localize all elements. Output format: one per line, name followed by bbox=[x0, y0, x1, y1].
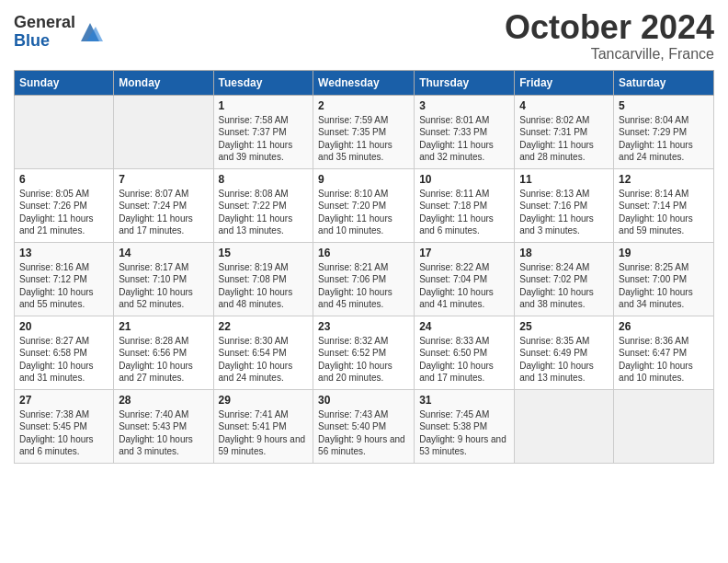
header-day-wednesday: Wednesday bbox=[313, 70, 415, 95]
calendar-cell: 20Sunrise: 8:27 AM Sunset: 6:58 PM Dayli… bbox=[15, 316, 114, 389]
day-info: Sunrise: 8:14 AM Sunset: 7:14 PM Dayligh… bbox=[619, 188, 709, 237]
header-day-thursday: Thursday bbox=[415, 70, 515, 95]
day-number: 2 bbox=[318, 99, 409, 112]
day-info: Sunrise: 7:58 AM Sunset: 7:37 PM Dayligh… bbox=[219, 114, 309, 164]
day-number: 5 bbox=[619, 99, 709, 112]
day-number: 25 bbox=[519, 320, 609, 333]
day-number: 21 bbox=[119, 320, 208, 333]
logo: General Blue bbox=[14, 14, 103, 51]
day-number: 10 bbox=[419, 173, 509, 186]
day-info: Sunrise: 7:40 AM Sunset: 5:43 PM Dayligh… bbox=[119, 408, 208, 458]
day-number: 16 bbox=[318, 247, 409, 259]
day-number: 24 bbox=[419, 320, 509, 333]
day-info: Sunrise: 8:10 AM Sunset: 7:20 PM Dayligh… bbox=[318, 188, 409, 237]
day-number: 7 bbox=[119, 173, 208, 186]
logo-icon bbox=[77, 19, 103, 45]
day-number: 29 bbox=[219, 394, 309, 407]
header: General Blue October 2024 Tancarville, F… bbox=[14, 9, 714, 63]
day-info: Sunrise: 8:22 AM Sunset: 7:04 PM Dayligh… bbox=[419, 261, 509, 311]
day-info: Sunrise: 8:21 AM Sunset: 7:06 PM Dayligh… bbox=[318, 261, 409, 311]
calendar-cell: 17Sunrise: 8:22 AM Sunset: 7:04 PM Dayli… bbox=[415, 242, 515, 316]
calendar-cell: 12Sunrise: 8:14 AM Sunset: 7:14 PM Dayli… bbox=[614, 168, 714, 242]
calendar-cell: 5Sunrise: 8:04 AM Sunset: 7:29 PM Daylig… bbox=[614, 95, 714, 168]
calendar-cell: 18Sunrise: 8:24 AM Sunset: 7:02 PM Dayli… bbox=[515, 242, 614, 316]
day-number: 18 bbox=[519, 247, 609, 259]
day-number: 6 bbox=[19, 173, 108, 186]
calendar-cell: 10Sunrise: 8:11 AM Sunset: 7:18 PM Dayli… bbox=[415, 168, 515, 242]
day-number: 3 bbox=[419, 99, 509, 112]
calendar-cell: 31Sunrise: 7:45 AM Sunset: 5:38 PM Dayli… bbox=[415, 389, 515, 463]
day-info: Sunrise: 8:11 AM Sunset: 7:18 PM Dayligh… bbox=[419, 188, 509, 237]
day-info: Sunrise: 8:27 AM Sunset: 6:58 PM Dayligh… bbox=[19, 335, 108, 385]
day-number: 1 bbox=[219, 99, 309, 112]
day-info: Sunrise: 8:35 AM Sunset: 6:49 PM Dayligh… bbox=[519, 335, 609, 385]
calendar-cell: 30Sunrise: 7:43 AM Sunset: 5:40 PM Dayli… bbox=[313, 389, 415, 463]
calendar-cell bbox=[114, 95, 213, 168]
day-info: Sunrise: 8:04 AM Sunset: 7:29 PM Dayligh… bbox=[619, 114, 709, 164]
calendar-cell: 4Sunrise: 8:02 AM Sunset: 7:31 PM Daylig… bbox=[515, 95, 614, 168]
calendar-cell bbox=[515, 389, 614, 463]
calendar-cell: 1Sunrise: 7:58 AM Sunset: 7:37 PM Daylig… bbox=[213, 95, 313, 168]
day-number: 12 bbox=[619, 173, 709, 186]
day-info: Sunrise: 8:33 AM Sunset: 6:50 PM Dayligh… bbox=[419, 335, 509, 385]
day-number: 14 bbox=[119, 247, 208, 259]
day-info: Sunrise: 7:38 AM Sunset: 5:45 PM Dayligh… bbox=[19, 408, 108, 458]
calendar-cell: 29Sunrise: 7:41 AM Sunset: 5:41 PM Dayli… bbox=[213, 389, 313, 463]
header-day-friday: Friday bbox=[515, 70, 614, 95]
day-info: Sunrise: 8:36 AM Sunset: 6:47 PM Dayligh… bbox=[619, 335, 709, 385]
day-number: 26 bbox=[619, 320, 709, 333]
day-number: 8 bbox=[219, 173, 309, 186]
calendar-cell: 22Sunrise: 8:30 AM Sunset: 6:54 PM Dayli… bbox=[213, 316, 313, 389]
week-row-2: 6Sunrise: 8:05 AM Sunset: 7:26 PM Daylig… bbox=[15, 168, 714, 242]
calendar-cell: 27Sunrise: 7:38 AM Sunset: 5:45 PM Dayli… bbox=[15, 389, 114, 463]
week-row-1: 1Sunrise: 7:58 AM Sunset: 7:37 PM Daylig… bbox=[15, 95, 714, 168]
day-info: Sunrise: 8:25 AM Sunset: 7:00 PM Dayligh… bbox=[619, 261, 709, 311]
day-number: 28 bbox=[119, 394, 208, 407]
title-section: October 2024 Tancarville, France bbox=[505, 9, 714, 63]
calendar-body: 1Sunrise: 7:58 AM Sunset: 7:37 PM Daylig… bbox=[15, 95, 714, 463]
day-number: 13 bbox=[19, 247, 108, 259]
day-info: Sunrise: 8:16 AM Sunset: 7:12 PM Dayligh… bbox=[19, 261, 108, 311]
day-info: Sunrise: 8:32 AM Sunset: 6:52 PM Dayligh… bbox=[318, 335, 409, 385]
calendar-table: SundayMondayTuesdayWednesdayThursdayFrid… bbox=[14, 70, 714, 464]
header-day-monday: Monday bbox=[114, 70, 213, 95]
day-number: 20 bbox=[19, 320, 108, 333]
day-number: 27 bbox=[19, 394, 108, 407]
calendar-cell: 28Sunrise: 7:40 AM Sunset: 5:43 PM Dayli… bbox=[114, 389, 213, 463]
day-number: 30 bbox=[318, 394, 409, 407]
calendar-cell: 23Sunrise: 8:32 AM Sunset: 6:52 PM Dayli… bbox=[313, 316, 415, 389]
day-number: 9 bbox=[318, 173, 409, 186]
calendar-cell bbox=[15, 95, 114, 168]
calendar-cell: 19Sunrise: 8:25 AM Sunset: 7:00 PM Dayli… bbox=[614, 242, 714, 316]
header-day-sunday: Sunday bbox=[15, 70, 114, 95]
day-info: Sunrise: 8:13 AM Sunset: 7:16 PM Dayligh… bbox=[519, 188, 609, 237]
day-number: 19 bbox=[619, 247, 709, 259]
day-number: 31 bbox=[419, 394, 509, 407]
header-day-saturday: Saturday bbox=[614, 70, 714, 95]
week-row-4: 20Sunrise: 8:27 AM Sunset: 6:58 PM Dayli… bbox=[15, 316, 714, 389]
calendar-cell: 11Sunrise: 8:13 AM Sunset: 7:16 PM Dayli… bbox=[515, 168, 614, 242]
calendar-cell: 2Sunrise: 7:59 AM Sunset: 7:35 PM Daylig… bbox=[313, 95, 415, 168]
day-number: 11 bbox=[519, 173, 609, 186]
day-info: Sunrise: 7:43 AM Sunset: 5:40 PM Dayligh… bbox=[318, 408, 409, 458]
location-title: Tancarville, France bbox=[505, 46, 714, 63]
day-info: Sunrise: 8:05 AM Sunset: 7:26 PM Dayligh… bbox=[19, 188, 108, 237]
day-info: Sunrise: 8:19 AM Sunset: 7:08 PM Dayligh… bbox=[219, 261, 309, 311]
week-row-5: 27Sunrise: 7:38 AM Sunset: 5:45 PM Dayli… bbox=[15, 389, 714, 463]
calendar-cell: 15Sunrise: 8:19 AM Sunset: 7:08 PM Dayli… bbox=[213, 242, 313, 316]
calendar-cell: 3Sunrise: 8:01 AM Sunset: 7:33 PM Daylig… bbox=[415, 95, 515, 168]
day-number: 15 bbox=[219, 247, 309, 259]
calendar-cell: 25Sunrise: 8:35 AM Sunset: 6:49 PM Dayli… bbox=[515, 316, 614, 389]
week-row-3: 13Sunrise: 8:16 AM Sunset: 7:12 PM Dayli… bbox=[15, 242, 714, 316]
day-info: Sunrise: 8:28 AM Sunset: 6:56 PM Dayligh… bbox=[119, 335, 208, 385]
day-info: Sunrise: 7:41 AM Sunset: 5:41 PM Dayligh… bbox=[219, 408, 309, 458]
day-number: 17 bbox=[419, 247, 509, 259]
calendar-cell: 9Sunrise: 8:10 AM Sunset: 7:20 PM Daylig… bbox=[313, 168, 415, 242]
day-info: Sunrise: 8:02 AM Sunset: 7:31 PM Dayligh… bbox=[519, 114, 609, 164]
day-info: Sunrise: 8:01 AM Sunset: 7:33 PM Dayligh… bbox=[419, 114, 509, 164]
day-info: Sunrise: 7:45 AM Sunset: 5:38 PM Dayligh… bbox=[419, 408, 509, 458]
calendar-cell: 26Sunrise: 8:36 AM Sunset: 6:47 PM Dayli… bbox=[614, 316, 714, 389]
calendar-header: SundayMondayTuesdayWednesdayThursdayFrid… bbox=[15, 70, 714, 95]
calendar-cell bbox=[614, 389, 714, 463]
header-day-tuesday: Tuesday bbox=[213, 70, 313, 95]
